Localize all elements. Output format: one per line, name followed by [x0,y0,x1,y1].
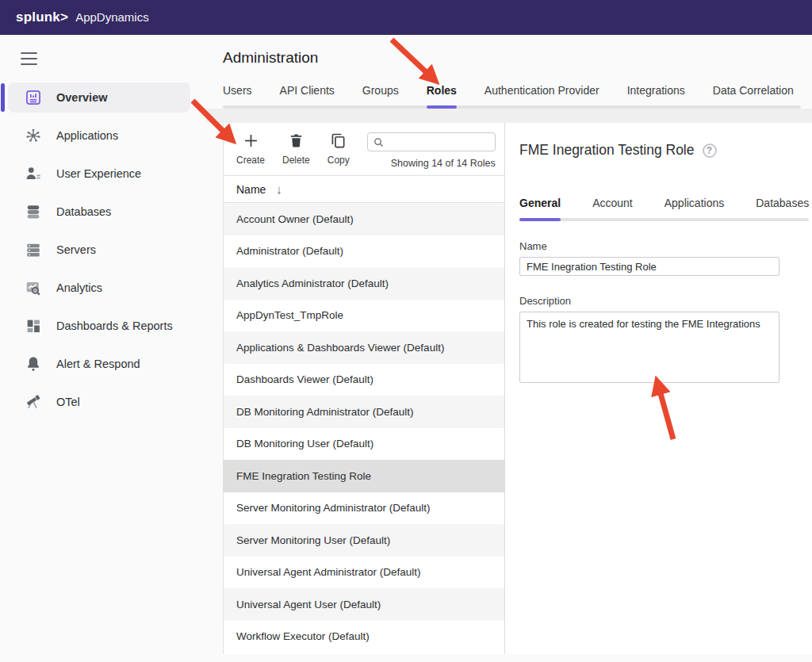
role-detail-title: FME Inegration Testing Role [519,142,695,159]
sidebar-item-servers[interactable]: Servers [8,235,190,265]
role-row-applications-dashboards-viewer-default[interactable]: Applications & Dashboards Viewer (Defaul… [224,331,504,364]
splunk-logo-text: splunk> [16,10,68,25]
role-row-appdyntest-tmprole[interactable]: AppDynTest_TmpRole [224,300,504,332]
databases-icon [24,202,43,221]
tab-api-clients[interactable]: API Clients [280,84,335,105]
hamburger-menu-icon[interactable] [0,35,48,76]
role-description-textarea[interactable]: This role is created for testing the FME… [519,312,779,383]
splunk-appdynamics-logo: splunk> AppDynamics [16,10,149,25]
delete-button[interactable]: Delete [282,132,310,166]
roles-list: Account Owner (Default) Administrator (D… [224,203,504,654]
sidebar-nav: Overview Applications User Experience Da… [0,82,206,417]
analytics-icon [24,278,43,297]
tab-roles[interactable]: Roles [427,84,457,105]
sidebar-item-label: Applications [56,129,118,142]
role-row-universal-agent-administrator-default[interactable]: Universal Agent Administrator (Default) [224,557,504,589]
role-row-administrator-default[interactable]: Administrator (Default) [224,235,504,268]
sidebar-item-label: Servers [56,243,96,256]
plus-icon [243,132,259,152]
sidebar-item-databases[interactable]: Databases [8,197,190,227]
sidebar-item-dashboards-reports[interactable]: Dashboards & Reports [8,311,190,341]
sidebar-item-overview[interactable]: Overview [8,82,190,113]
showing-count-text: Showing 14 of 14 Roles [391,158,496,169]
tool-button-label: Copy [327,155,350,166]
left-sidebar: Overview Applications User Experience Da… [0,35,206,662]
roles-toolbar: Create Delete Copy Showing 14 of 14 Role… [224,123,504,175]
tool-button-label: Create [236,155,265,166]
role-detail-tabs: General Account Applications Databases [519,178,809,221]
main-content: Administration Users API Clients Groups … [206,35,812,662]
name-column-label: Name [236,183,266,196]
tab-integrations[interactable]: Integrations [627,84,685,105]
role-row-analytics-administrator-default[interactable]: Analytics Administrator (Default) [224,267,504,300]
page-title: Administration [206,35,812,67]
sidebar-item-label: User Experience [56,167,141,180]
sidebar-item-label: Dashboards & Reports [56,320,173,332]
sidebar-item-label: Overview [56,91,108,104]
search-input[interactable] [389,136,490,147]
role-row-workflow-executor-default[interactable]: Workflow Executor (Default) [224,621,504,653]
servers-icon [24,240,43,259]
sidebar-item-label: OTel [56,396,80,408]
tab-authentication-provider[interactable]: Authentication Provider [485,84,599,105]
tab-users[interactable]: Users [223,84,252,105]
role-row-fme-inegration-testing-role[interactable]: FME Inegration Testing Role [224,460,504,492]
search-icon [373,136,385,148]
role-name-input[interactable] [519,257,779,276]
role-row-universal-agent-user-default[interactable]: Universal Agent User (Default) [224,588,504,621]
sidebar-item-analytics[interactable]: Analytics [8,273,190,303]
detail-tab-general[interactable]: General [519,197,561,218]
role-row-account-owner-default[interactable]: Account Owner (Default) [224,203,504,235]
role-row-dashboards-viewer-default[interactable]: Dashboards Viewer (Default) [224,364,504,396]
copy-button[interactable]: Copy [327,132,350,166]
top-app-bar: splunk> AppDynamics [0,0,812,35]
detail-tab-databases[interactable]: Databases [756,197,809,218]
name-field-label: Name [519,240,809,252]
dashboards-icon [24,316,43,335]
tab-groups[interactable]: Groups [362,84,399,105]
sidebar-item-applications[interactable]: Applications [8,121,190,151]
detail-tab-underline-track [519,218,809,221]
admin-tabs: Users API Clients Groups Roles Authentic… [206,67,812,109]
roles-search-box[interactable] [367,132,496,151]
copy-icon [330,132,347,152]
user-experience-icon [24,164,43,183]
sort-descending-icon[interactable]: ↓ [276,182,282,196]
roles-column-header[interactable]: Name ↓ [224,175,504,203]
appdynamics-logo-text: AppDynamics [75,10,149,24]
sidebar-item-otel[interactable]: OTel [8,387,190,417]
role-row-db-monitoring-user-default[interactable]: DB Monitoring User (Default) [224,428,504,461]
sidebar-item-label: Analytics [56,281,102,294]
detail-tab-account[interactable]: Account [592,197,633,218]
role-detail-panel: FME Inegration Testing Role ? General Ac… [505,123,812,654]
role-row-server-monitoring-user-default[interactable]: Server Monitoring User (Default) [224,524,504,557]
sidebar-item-label: Databases [56,205,111,218]
otel-icon [24,392,43,411]
alert-icon [24,354,43,373]
role-row-db-monitoring-administrator-default[interactable]: DB Monitoring Administrator (Default) [224,396,504,428]
trash-icon [288,132,304,152]
overview-icon [24,88,43,107]
tool-button-label: Delete [282,155,310,166]
detail-tab-applications[interactable]: Applications [665,197,725,218]
sidebar-item-alert-respond[interactable]: Alert & Respond [8,349,190,379]
section-divider-band [206,109,812,123]
create-button[interactable]: Create [236,132,265,166]
sidebar-item-label: Alert & Respond [56,358,140,370]
roles-list-panel: Create Delete Copy Showing 14 of 14 Role… [223,123,505,654]
help-icon[interactable]: ? [703,143,717,158]
tab-data-correlation[interactable]: Data Correlation [713,84,794,105]
description-field-label: Description [519,295,809,307]
role-row-server-monitoring-administrator-default[interactable]: Server Monitoring Administrator (Default… [224,492,504,525]
applications-icon [24,126,43,145]
tab-underline-track [223,105,801,109]
sidebar-item-user-experience[interactable]: User Experience [8,159,190,189]
